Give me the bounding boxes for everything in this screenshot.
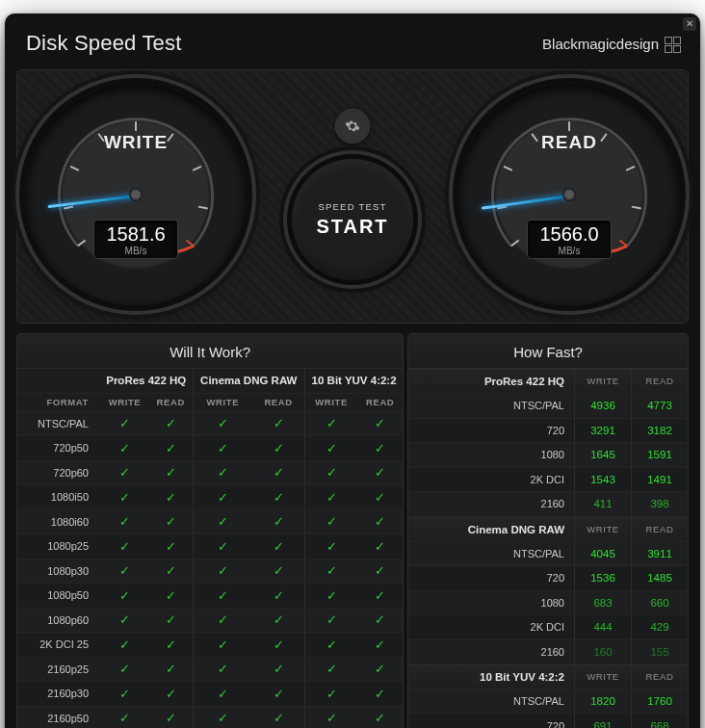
table-row: 720691668: [408, 715, 688, 729]
start-button[interactable]: SPEED TEST START: [292, 159, 413, 280]
hf-body: ProRes 422 HQWRITEREADNTSC/PAL4936477372…: [408, 369, 688, 728]
table-row: 720p60✓✓✓✓✓✓: [17, 460, 403, 485]
hf-write-value: 683: [574, 591, 631, 616]
hf-read-value: 4773: [631, 394, 688, 419]
table-row: 2K DCI15431491: [408, 468, 688, 493]
check-icon: ✓: [304, 584, 357, 609]
table-row: 1080683660: [408, 591, 688, 616]
check-icon: ✓: [252, 633, 304, 658]
hf-section: Cinema DNG RAWWRITEREADNTSC/PAL404539117…: [408, 517, 688, 665]
wiw-format-label: 1080i60: [17, 509, 100, 534]
hf-read-value: 3911: [631, 542, 688, 567]
table-row: NTSC/PAL49364773: [408, 394, 688, 419]
write-value: 1581.6: [94, 224, 177, 244]
svg-line-1: [64, 207, 73, 209]
check-icon: ✓: [149, 411, 193, 436]
wiw-sub-write: WRITE: [193, 393, 252, 411]
check-icon: ✓: [357, 608, 403, 633]
table-row: 2K DCI 25✓✓✓✓✓✓: [17, 633, 403, 658]
check-icon: ✓: [357, 436, 403, 461]
table-row: 2160411398: [408, 492, 688, 517]
check-icon: ✓: [149, 657, 193, 682]
check-icon: ✓: [252, 608, 304, 633]
check-icon: ✓: [149, 584, 193, 609]
write-unit: MB/s: [94, 246, 177, 256]
check-icon: ✓: [252, 509, 304, 534]
check-icon: ✓: [100, 682, 149, 707]
hf-section-header: Cinema DNG RAWWRITEREAD: [408, 517, 688, 542]
brand-dots-icon: [665, 37, 679, 51]
hf-format-label: NTSC/PAL: [408, 689, 574, 715]
check-icon: ✓: [193, 633, 252, 658]
svg-line-17: [619, 241, 627, 247]
check-icon: ✓: [149, 534, 193, 559]
hf-write-value: 411: [574, 492, 631, 517]
svg-line-6: [193, 167, 201, 170]
hf-format-label: 2K DCI: [408, 468, 574, 493]
svg-line-16: [632, 207, 641, 209]
write-gauge: WRITE 1581.6 MB/s: [25, 84, 247, 305]
table-row: NTSC/PAL✓✓✓✓✓✓: [17, 411, 403, 436]
check-icon: ✓: [304, 509, 357, 534]
check-icon: ✓: [304, 411, 357, 436]
check-icon: ✓: [100, 584, 149, 609]
svg-line-8: [186, 241, 194, 247]
check-icon: ✓: [193, 460, 252, 485]
start-subtitle: SPEED TEST: [319, 201, 387, 212]
hf-write-value: 1820: [574, 689, 631, 715]
read-value-box: 1566.0 MB/s: [527, 220, 612, 259]
check-icon: ✓: [252, 485, 304, 510]
read-unit: MB/s: [528, 246, 611, 256]
hf-section: 10 Bit YUV 4:2:2WRITEREADNTSC/PAL1820176…: [408, 664, 688, 728]
hf-write-value: 1645: [574, 443, 631, 468]
hf-format-label: 2160: [408, 492, 574, 517]
check-icon: ✓: [193, 509, 252, 534]
check-icon: ✓: [100, 436, 149, 461]
check-icon: ✓: [304, 485, 357, 510]
check-icon: ✓: [252, 436, 304, 461]
check-icon: ✓: [252, 411, 304, 436]
check-icon: ✓: [357, 633, 403, 658]
check-icon: ✓: [100, 509, 149, 534]
check-icon: ✓: [304, 682, 357, 707]
app-window: ✕ Disk Speed Test Blackmagicdesign: [5, 13, 700, 728]
check-icon: ✓: [252, 706, 304, 728]
check-icon: ✓: [252, 682, 304, 707]
check-icon: ✓: [357, 411, 403, 436]
check-icon: ✓: [100, 411, 149, 436]
table-row: 2K DCI444429: [408, 615, 688, 640]
check-icon: ✓: [100, 460, 149, 485]
check-icon: ✓: [304, 633, 357, 658]
how-fast-panel: How Fast? ProRes 422 HQWRITEREADNTSC/PAL…: [407, 333, 689, 728]
check-icon: ✓: [357, 657, 403, 682]
table-row: 2160160155: [408, 640, 688, 665]
svg-line-11: [504, 167, 512, 170]
table-row: NTSC/PAL18201760: [408, 689, 688, 715]
settings-button[interactable]: [335, 109, 370, 143]
check-icon: ✓: [304, 608, 357, 633]
check-icon: ✓: [100, 485, 149, 510]
check-icon: ✓: [193, 534, 252, 559]
svg-line-2: [70, 167, 79, 170]
write-value-box: 1581.6 MB/s: [93, 220, 178, 259]
wiw-sub-read: READ: [252, 393, 304, 411]
hf-format-label: 2160: [408, 640, 574, 665]
header: Disk Speed Test Blackmagicdesign: [16, 25, 689, 69]
check-icon: ✓: [100, 559, 149, 584]
hf-section-header: ProRes 422 HQWRITEREAD: [408, 369, 688, 394]
hf-read-value: 3182: [631, 419, 688, 444]
check-icon: ✓: [252, 460, 304, 485]
panels: Will It Work? ProRes 422 HQCinema DNG RA…: [16, 333, 689, 728]
table-row: 1080i50✓✓✓✓✓✓: [17, 485, 403, 510]
check-icon: ✓: [149, 633, 193, 658]
hf-format-label: 1080: [408, 591, 574, 616]
hf-format-label: 1080: [408, 443, 574, 468]
check-icon: ✓: [252, 657, 304, 682]
check-icon: ✓: [100, 657, 149, 682]
gear-icon: [345, 118, 360, 134]
read-value: 1566.0: [528, 224, 611, 244]
close-icon[interactable]: ✕: [683, 17, 696, 31]
hf-format-label: 720: [408, 715, 574, 729]
hf-section-header: 10 Bit YUV 4:2:2WRITEREAD: [408, 664, 688, 689]
hf-read-value: 1591: [631, 443, 688, 468]
